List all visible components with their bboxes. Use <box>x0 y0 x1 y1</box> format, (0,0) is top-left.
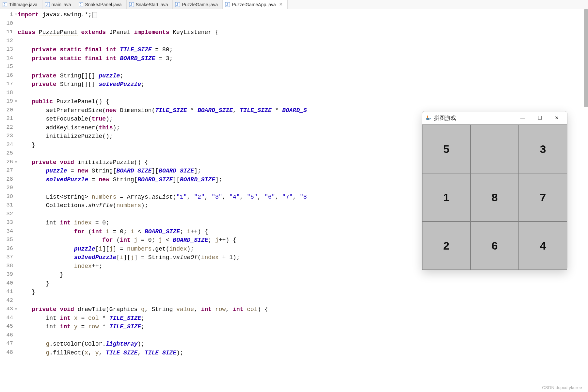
line-number: 14 <box>0 54 16 63</box>
line-number: 11 <box>0 28 16 37</box>
line-number: 40 <box>0 279 16 288</box>
editor-tab-bar: J TiltImage.java J main.java J SnakeJPan… <box>0 0 588 9</box>
tab-label: SnakeJPanel.java <box>85 2 122 7</box>
line-number: 26 <box>0 158 16 167</box>
maximize-button[interactable]: ☐ <box>531 113 548 123</box>
tab-label: main.java <box>52 2 71 7</box>
line-number: 16 <box>0 71 16 80</box>
window-title: 拼图游戏 <box>434 114 514 122</box>
line-number: 30 <box>0 192 16 201</box>
tab-snakejpanel[interactable]: J SnakeJPanel.java <box>76 0 127 9</box>
svg-text:J: J <box>176 3 178 7</box>
java-file-icon: J <box>129 2 134 7</box>
line-number: 44 <box>0 314 16 322</box>
line-number: 38 <box>0 262 16 270</box>
line-number: 41 <box>0 287 16 296</box>
puzzle-tile[interactable]: 4 <box>519 221 567 270</box>
line-number: 18 <box>0 89 16 97</box>
line-number: 36 <box>0 244 16 253</box>
tab-label: PuzzleGame.java <box>182 2 218 7</box>
puzzle-tile[interactable]: 6 <box>470 221 519 270</box>
window-titlebar[interactable]: 拼图游戏 ― ☐ ✕ <box>422 111 567 124</box>
puzzle-tile[interactable]: 5 <box>422 125 470 173</box>
puzzle-tile[interactable]: 2 <box>422 221 470 270</box>
line-number: 23 <box>0 132 16 140</box>
java-file-icon: J <box>225 2 230 7</box>
line-number: 17 <box>0 80 16 89</box>
collapsed-indicator[interactable]: … <box>92 12 97 18</box>
line-number: 45 <box>0 322 16 331</box>
svg-text:J: J <box>80 3 81 7</box>
puzzle-tile[interactable]: 7 <box>519 173 567 221</box>
close-icon[interactable]: ✕ <box>279 2 283 7</box>
line-number: 12 <box>0 37 16 45</box>
line-number: 27 <box>0 166 16 175</box>
line-number: 47 <box>0 339 16 348</box>
line-number: 35 <box>0 236 16 244</box>
line-number: 39 <box>0 270 16 279</box>
minimize-button[interactable]: ― <box>514 113 531 123</box>
java-file-icon: J <box>175 2 180 7</box>
line-number: 32 <box>0 210 16 219</box>
line-number: 25 <box>0 149 16 158</box>
line-number: 24 <box>0 140 16 149</box>
puzzle-board: 5 3 1 8 7 2 6 4 <box>422 124 567 270</box>
line-number: 22 <box>0 123 16 132</box>
line-number: 42 <box>0 296 16 305</box>
watermark-text: CSDN dspxd ykuree <box>542 385 582 390</box>
scrollbar-thumb[interactable] <box>584 9 588 107</box>
line-number: 33 <box>0 218 16 227</box>
puzzle-tile-empty[interactable] <box>470 125 519 173</box>
line-number: 46 <box>0 331 16 340</box>
tab-tiltimage[interactable]: J TiltImage.java <box>0 0 42 9</box>
svg-text:J: J <box>46 3 48 7</box>
tab-snakestart[interactable]: J SnakeStart.java <box>127 0 173 9</box>
java-file-icon: J <box>45 2 50 7</box>
svg-text:J: J <box>4 3 5 7</box>
line-number: 20 <box>0 106 16 115</box>
tab-label: TiltImage.java <box>9 2 38 7</box>
line-number: 21 <box>0 114 16 123</box>
svg-text:J: J <box>130 3 132 7</box>
puzzle-tile[interactable]: 1 <box>422 173 470 221</box>
java-file-icon: J <box>79 2 83 7</box>
line-number: 37 <box>0 253 16 262</box>
line-number: 1 <box>0 10 16 19</box>
svg-text:J: J <box>226 3 228 7</box>
line-number: 48 <box>0 348 16 357</box>
tab-puzzlegame[interactable]: J PuzzleGame.java <box>173 0 223 9</box>
tab-label: PuzzelGameApp.java <box>232 2 276 7</box>
line-number-gutter: 1 10 11 12 13 14 15 16 17 18 19 20 21 22… <box>0 9 16 392</box>
line-number: 29 <box>0 184 16 192</box>
puzzle-tile[interactable]: 8 <box>470 173 519 221</box>
line-number: 13 <box>0 45 16 54</box>
tab-main[interactable]: J main.java <box>42 0 76 9</box>
line-number: 31 <box>0 201 16 210</box>
line-number: 15 <box>0 62 16 71</box>
java-coffee-icon <box>425 115 431 121</box>
line-number: 10 <box>0 19 16 28</box>
puzzle-tile[interactable]: 3 <box>519 125 567 173</box>
line-number: 43 <box>0 305 16 314</box>
close-button[interactable]: ✕ <box>548 113 565 123</box>
puzzle-game-window[interactable]: 拼图游戏 ― ☐ ✕ 5 3 1 8 7 2 6 4 <box>422 111 567 270</box>
line-number: 28 <box>0 175 16 184</box>
line-number: 34 <box>0 227 16 236</box>
tab-label: SnakeStart.java <box>136 2 168 7</box>
tab-puzzelgameapp[interactable]: J PuzzelGameApp.java ✕ <box>223 0 288 9</box>
line-number: 19 <box>0 97 16 106</box>
java-file-icon: J <box>3 2 7 7</box>
